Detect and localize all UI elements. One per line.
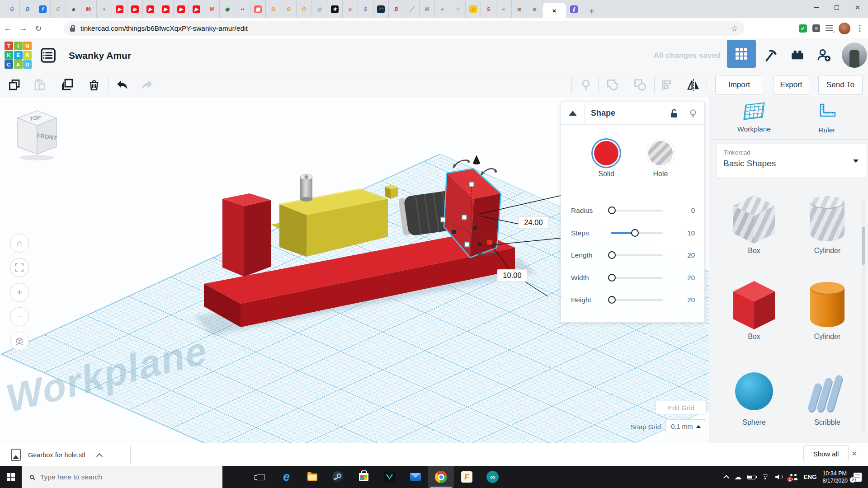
scrollbar-thumb[interactable] — [862, 227, 865, 265]
back-icon[interactable]: ← — [0, 23, 15, 33]
shape-tile-sphere[interactable]: Sphere — [720, 361, 788, 447]
pinned-tab-purple[interactable]: ∥ — [566, 0, 581, 18]
pinned-tab-scratch[interactable]: S — [358, 0, 373, 18]
yellow-gearbox[interactable] — [279, 189, 388, 257]
home-view-button[interactable]: ⌂ — [10, 234, 29, 253]
perspective-toggle-button[interactable] — [10, 332, 29, 351]
redo-button[interactable] — [139, 77, 156, 93]
extension-check-icon[interactable]: ✓ — [799, 24, 807, 33]
view-cube[interactable]: TOP FRONT — [14, 107, 63, 161]
language-indicator[interactable]: ENG — [803, 474, 816, 480]
fit-view-button[interactable] — [10, 258, 29, 277]
pinned-tab-lightbulb[interactable]: ʘ — [281, 0, 297, 18]
send-to-button[interactable]: Send To — [818, 75, 863, 95]
pinned-tab-green-ring[interactable]: ◉ — [220, 0, 235, 18]
taskbar-ms-store[interactable] — [351, 466, 377, 488]
download-caret-icon[interactable] — [96, 453, 102, 459]
import-button[interactable]: Import — [715, 75, 763, 95]
pinned-tab-youtube[interactable]: ▶ — [189, 0, 204, 18]
search-input[interactable] — [40, 473, 203, 481]
taskbar-task-view[interactable] — [248, 466, 274, 488]
design-properties-button[interactable] — [40, 47, 57, 64]
pinned-tab-globe[interactable]: ● — [435, 0, 450, 18]
slider-handle[interactable] — [608, 206, 616, 214]
hole-swatch[interactable] — [648, 141, 673, 165]
pinned-tab-outlook[interactable]: O — [20, 0, 35, 18]
paste-button[interactable] — [32, 77, 48, 93]
shape-tile-box-hole[interactable]: Box — [720, 190, 788, 276]
workplane-tool[interactable]: Workplane — [720, 103, 788, 133]
download-filename[interactable]: Gearbox for hole.stl — [28, 451, 85, 459]
edit-grid-button[interactable]: Edit Grid — [656, 401, 707, 414]
pinned-tab-amazon[interactable]: a — [66, 0, 81, 18]
scale-cone-handle[interactable] — [473, 155, 480, 164]
mirror-button[interactable] — [685, 77, 702, 93]
zoom-in-button[interactable]: + — [10, 283, 29, 302]
shape-tile-box[interactable]: Box — [720, 276, 788, 361]
solid-swatch[interactable] — [594, 141, 618, 165]
pinned-tab-robot[interactable]: ◙ — [527, 0, 542, 18]
group-button[interactable] — [604, 77, 621, 93]
taskbar-file-explorer[interactable] — [299, 466, 325, 488]
panel-collapse-button[interactable] — [561, 102, 585, 124]
download-bar-close-icon[interactable]: × — [852, 449, 857, 459]
slider-track[interactable] — [611, 299, 663, 301]
pinned-tab-bricks4kidz[interactable]: B — [389, 0, 404, 18]
shape-tile-cylinder[interactable]: Cylinder — [793, 276, 861, 361]
shape-library-dropdown[interactable]: Tinkercad Basic Shapes — [716, 144, 867, 178]
pinned-tab-globe[interactable]: ● — [97, 0, 112, 18]
align-button[interactable] — [659, 77, 675, 93]
reload-icon[interactable]: ↻ — [31, 23, 46, 33]
minimize-button[interactable] — [806, 0, 826, 15]
pinned-tab-youtube[interactable]: ▶ — [158, 0, 174, 18]
show-all-button[interactable]: Show all — [803, 445, 849, 462]
slider-track[interactable] — [611, 277, 663, 279]
pinned-tab-graduation[interactable]: ◠ — [373, 0, 389, 18]
zoom-out-button[interactable]: − — [10, 307, 29, 326]
pinned-tab-macmillan[interactable]: M: — [81, 0, 97, 18]
pinned-tab-youtube[interactable]: ▶ — [127, 0, 143, 18]
gearbox-shaft[interactable] — [300, 174, 312, 202]
taskbar-fusion360[interactable]: F — [454, 466, 480, 488]
pinned-tab-quill[interactable]: ╱ — [404, 0, 420, 18]
export-button[interactable]: Export — [773, 75, 809, 95]
pinned-tab-rings[interactable]: ∞ — [496, 0, 512, 18]
tray-expand-icon[interactable] — [723, 475, 729, 481]
wifi-icon[interactable] — [761, 474, 769, 480]
ruler-tool[interactable]: Ruler — [793, 103, 861, 134]
pinned-tab-translate[interactable]: G — [5, 0, 20, 18]
slider-track[interactable] — [611, 254, 663, 256]
design-title[interactable]: Swanky Amur — [69, 38, 131, 72]
pinned-tab-flickr[interactable]: •• — [235, 0, 250, 18]
dimension-label-width[interactable]: 24.00 — [519, 216, 548, 229]
snap-grid-select[interactable]: 0.1 mm — [665, 419, 706, 433]
taskbar-arduino[interactable]: ∞ — [480, 466, 505, 488]
taskbar-search[interactable] — [22, 466, 222, 488]
visibility-bulb-icon[interactable] — [688, 108, 698, 119]
maximize-button[interactable] — [826, 0, 847, 15]
tinkercad-logo[interactable]: TINKERCAD — [5, 42, 32, 69]
pinned-tab-cricut[interactable]: C — [51, 0, 66, 18]
start-button[interactable] — [0, 466, 22, 488]
pinned-tab-lightbulb[interactable]: ʘ — [297, 0, 312, 18]
sidebar-scrollbar[interactable] — [862, 199, 865, 434]
pinned-tab-youtube[interactable]: ▶ — [143, 0, 158, 18]
notification-center-icon[interactable]: 2 — [854, 473, 862, 482]
copy-button[interactable] — [6, 77, 23, 93]
slider-track[interactable] — [611, 232, 663, 234]
delete-button[interactable] — [86, 77, 102, 93]
slider-handle[interactable] — [631, 229, 639, 237]
pinned-tab-dot-grid[interactable]: ∷ — [450, 0, 466, 18]
pinned-tab-medium[interactable]: M — [420, 0, 435, 18]
pinned-tab-stem[interactable]: S — [481, 0, 496, 18]
pinned-tab-udemy[interactable]: u — [343, 0, 358, 18]
people-icon[interactable]: 1 — [789, 474, 797, 480]
url-text[interactable]: tinkercad.com/things/b6BfwcXqxPY-swanky-… — [80, 24, 248, 33]
pinned-tab-youtube[interactable]: ▶ — [174, 0, 189, 18]
pinned-tab-lightbulb[interactable]: ʘ — [266, 0, 281, 18]
pinned-tab-microbit-gray[interactable]: ▦ — [312, 0, 327, 18]
red-tall-box[interactable] — [222, 193, 271, 277]
forward-icon[interactable]: → — [15, 23, 31, 33]
battery-icon[interactable] — [747, 475, 755, 479]
slider-handle[interactable] — [608, 274, 616, 282]
